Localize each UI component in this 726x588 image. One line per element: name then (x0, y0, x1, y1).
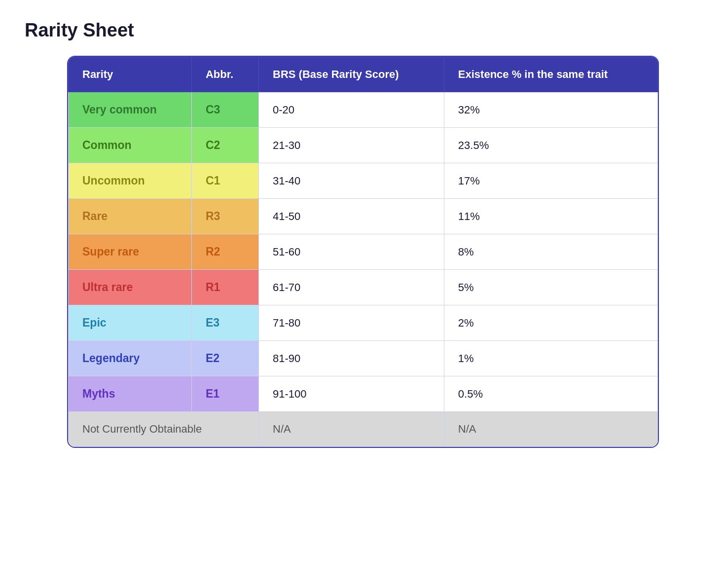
page-title: Rarity Sheet (25, 20, 701, 41)
rarity-cell-not-obtainable: Not Currently Obtainable (69, 412, 259, 447)
rarity-table: Rarity Abbr. BRS (Base Rarity Score) Exi… (68, 57, 658, 447)
rarity-cell-ultra-rare: Ultra rare (69, 270, 192, 305)
table-row: LegendaryE281-901% (69, 341, 658, 376)
brs-cell-rare: 41-50 (259, 199, 444, 234)
abbr-cell-myths: E1 (191, 376, 258, 412)
brs-cell-ultra-rare: 61-70 (259, 270, 444, 305)
header-existence: Existence % in the same trait (444, 57, 657, 92)
brs-cell-legendary: 81-90 (259, 341, 444, 376)
abbr-cell-rare: R3 (191, 199, 258, 234)
table-row: Super rareR251-608% (69, 234, 658, 270)
header-rarity: Rarity (69, 57, 192, 92)
rarity-cell-super-rare: Super rare (69, 234, 192, 270)
table-row-not-obtainable: Not Currently ObtainableN/AN/A (69, 412, 658, 447)
rarity-table-wrapper: Rarity Abbr. BRS (Base Rarity Score) Exi… (67, 56, 659, 448)
header-brs: BRS (Base Rarity Score) (259, 57, 444, 92)
abbr-cell-ultra-rare: R1 (191, 270, 258, 305)
existence-cell-legendary: 1% (444, 341, 657, 376)
abbr-cell-super-rare: R2 (191, 234, 258, 270)
brs-cell-common: 21-30 (259, 128, 444, 163)
brs-cell-epic: 71-80 (259, 305, 444, 341)
existence-cell-common: 23.5% (444, 128, 657, 163)
table-row: MythsE191-1000.5% (69, 376, 658, 412)
rarity-cell-uncommon: Uncommon (69, 163, 192, 199)
rarity-cell-legendary: Legendary (69, 341, 192, 376)
abbr-cell-uncommon: C1 (191, 163, 258, 199)
existence-cell-rare: 11% (444, 199, 657, 234)
brs-cell-not-obtainable: N/A (259, 412, 444, 447)
existence-cell-ultra-rare: 5% (444, 270, 657, 305)
existence-cell-very-common: 32% (444, 92, 657, 128)
rarity-cell-myths: Myths (69, 376, 192, 412)
table-row: Ultra rareR161-705% (69, 270, 658, 305)
table-row: UncommonC131-4017% (69, 163, 658, 199)
rarity-cell-epic: Epic (69, 305, 192, 341)
abbr-cell-very-common: C3 (191, 92, 258, 128)
abbr-cell-legendary: E2 (191, 341, 258, 376)
existence-cell-myths: 0.5% (444, 376, 657, 412)
rarity-cell-rare: Rare (69, 199, 192, 234)
abbr-cell-common: C2 (191, 128, 258, 163)
table-row: RareR341-5011% (69, 199, 658, 234)
rarity-cell-common: Common (69, 128, 192, 163)
existence-cell-not-obtainable: N/A (444, 412, 657, 447)
table-header-row: Rarity Abbr. BRS (Base Rarity Score) Exi… (69, 57, 658, 92)
header-abbr: Abbr. (191, 57, 258, 92)
brs-cell-uncommon: 31-40 (259, 163, 444, 199)
rarity-cell-very-common: Very common (69, 92, 192, 128)
abbr-cell-epic: E3 (191, 305, 258, 341)
table-row: Very commonC30-2032% (69, 92, 658, 128)
table-row: CommonC221-3023.5% (69, 128, 658, 163)
brs-cell-super-rare: 51-60 (259, 234, 444, 270)
table-row: EpicE371-802% (69, 305, 658, 341)
existence-cell-uncommon: 17% (444, 163, 657, 199)
brs-cell-very-common: 0-20 (259, 92, 444, 128)
brs-cell-myths: 91-100 (259, 376, 444, 412)
existence-cell-epic: 2% (444, 305, 657, 341)
existence-cell-super-rare: 8% (444, 234, 657, 270)
